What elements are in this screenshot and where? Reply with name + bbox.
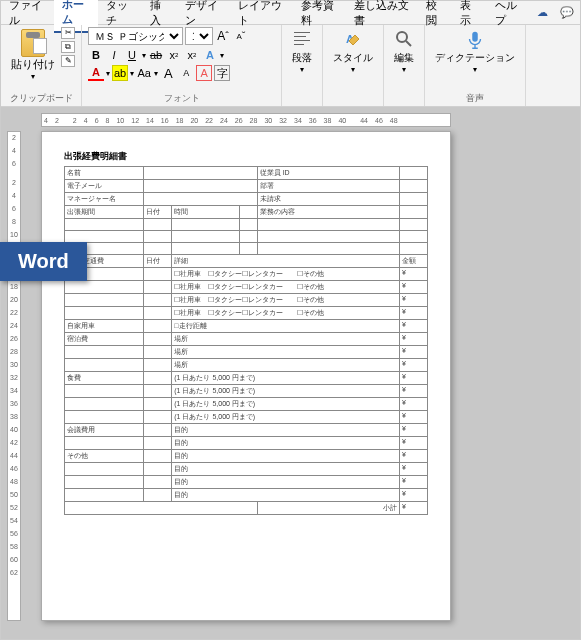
mic-icon [464,29,486,51]
format-painter-button[interactable]: ✎ [61,55,75,67]
editing-button[interactable]: 編集 ▾ [390,27,418,76]
styles-icon: A [343,29,363,49]
group-font: ＭＳ Ｐゴシック 14 Aˆ Aˇ B I U ▾ ab x2 x2 A ▾ [82,25,282,106]
dictation-button[interactable]: ディクテーション ▾ [431,27,519,76]
word-badge: Word [0,242,87,281]
svg-rect-3 [294,44,304,45]
horizontal-ruler[interactable]: 4224681012141618202224262830323436384044… [41,113,451,127]
expense-table[interactable]: 名前従業員 ID 電子メール部署 マネージャー名未請求 出張期間日付時間業務の内… [64,166,428,515]
svg-rect-0 [294,32,310,33]
svg-rect-7 [472,32,478,42]
subscript-button[interactable]: x2 [166,47,182,63]
highlight-button[interactable]: ab [112,65,128,81]
share-icon[interactable]: ☁ [531,2,554,23]
doc-title: 出張経費明細書 [64,150,428,163]
clipboard-label: クリップボード [7,91,75,105]
enclose-char-button[interactable]: 字 [214,65,230,81]
ribbon-tabs: ファイル ホーム タッチ 挿入 デザイン レイアウト 参考資料 差し込み文書 校… [1,1,580,25]
italic-button[interactable]: I [106,47,122,63]
svg-rect-2 [294,40,310,41]
document-page[interactable]: 出張経費明細書 名前従業員 ID 電子メール部署 マネージャー名未請求 出張期間… [41,131,451,621]
font-name-select[interactable]: ＭＳ Ｐゴシック [88,27,183,45]
font-color-button[interactable]: A [88,65,104,81]
search-icon [394,29,414,49]
clear-format-button[interactable]: A [196,65,212,81]
text-effects-button[interactable]: A [202,47,218,63]
paste-button[interactable]: 貼り付け ▾ [7,27,59,83]
shrink-font-button[interactable]: Aˇ [233,28,249,44]
svg-line-6 [406,41,411,46]
ribbon: 貼り付け ▾ ✂ ⧉ ✎ クリップボード ＭＳ Ｐゴシック 14 Aˆ Aˇ [1,25,580,107]
document-canvas[interactable]: 4224681012141618202224262830323436384044… [1,107,580,639]
comments-icon[interactable]: 💬 [554,2,580,23]
change-case-button[interactable]: Aa [136,65,152,81]
font-group-label: フォント [88,91,275,105]
svg-point-5 [397,32,407,42]
voice-label: 音声 [431,91,519,105]
svg-rect-1 [294,36,306,37]
group-styles: A スタイル ▾ [323,25,384,106]
styles-button[interactable]: A スタイル ▾ [329,27,377,76]
font-size-select[interactable]: 14 [185,27,213,45]
chevron-down-icon: ▾ [31,72,35,81]
paragraph-icon [292,29,312,49]
char-grow-button[interactable]: A [160,65,176,81]
paste-label: 貼り付け [11,57,55,72]
paragraph-button[interactable]: 段落 ▾ [288,27,316,76]
group-editing: 編集 ▾ [384,25,425,106]
char-shrink-button[interactable]: A [178,65,194,81]
underline-button[interactable]: U [124,47,140,63]
superscript-button[interactable]: x2 [184,47,200,63]
cut-button[interactable]: ✂ [61,27,75,39]
copy-button[interactable]: ⧉ [61,41,75,53]
group-voice: ディクテーション ▾ 音声 [425,25,526,106]
group-clipboard: 貼り付け ▾ ✂ ⧉ ✎ クリップボード [1,25,82,106]
grow-font-button[interactable]: Aˆ [215,28,231,44]
vertical-ruler[interactable]: 2462468101214161820222426283032343638404… [7,131,21,621]
bold-button[interactable]: B [88,47,104,63]
group-paragraph: 段落 ▾ [282,25,323,106]
strike-button[interactable]: ab [148,47,164,63]
